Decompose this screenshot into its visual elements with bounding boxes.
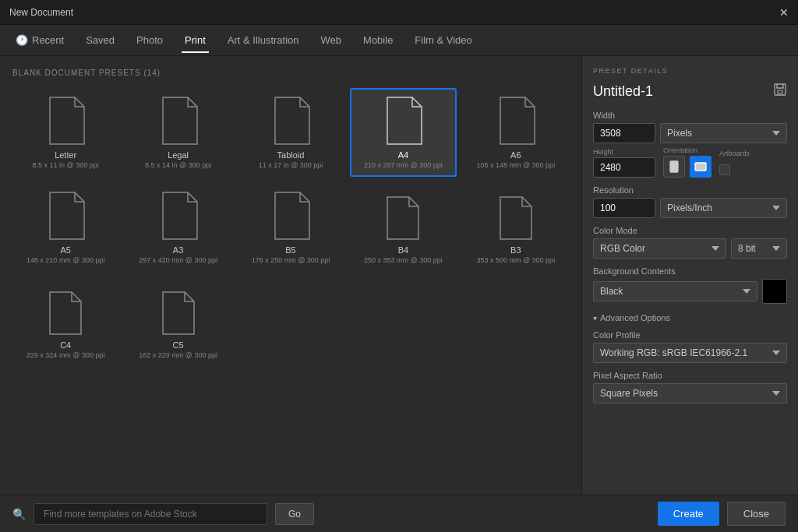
- color-mode-row: RGB Color CMYK Color Grayscale 8 bit 16 …: [593, 238, 787, 259]
- pixel-aspect-label: Pixel Aspect Ratio: [593, 371, 787, 380]
- orientation-label: Orientation: [663, 146, 711, 154]
- preset-a3[interactable]: A3 297 x 420 mm @ 300 ppi: [125, 183, 231, 272]
- pixel-aspect-select[interactable]: Square Pixels D1/DV NTSC D1/DV PAL: [593, 383, 787, 403]
- artboards-checkbox[interactable]: [719, 164, 730, 175]
- preset-b5-icon: [270, 191, 311, 241]
- preset-a5-icon: [45, 191, 86, 241]
- preset-letter[interactable]: Letter 8.5 x 11 in @ 300 ppi: [12, 88, 118, 177]
- preset-b3[interactable]: B3 353 x 500 mm @ 300 ppi: [463, 183, 569, 272]
- preset-details-title: PRESET DETAILS: [593, 67, 787, 75]
- right-panel: PRESET DETAILS Untitled-1 Width Pixels I…: [581, 56, 798, 495]
- preset-a4-icon: [383, 96, 423, 146]
- bg-contents-select[interactable]: Black White Background Color Transparent…: [593, 281, 757, 301]
- presets-grid: Letter 8.5 x 11 in @ 300 ppi Legal 8.5 x…: [12, 88, 569, 367]
- preset-c5-icon: [158, 286, 199, 336]
- preset-c4-icon: [45, 286, 86, 336]
- color-mode-label: Color Mode: [593, 226, 787, 235]
- preset-letter-icon: [45, 96, 86, 146]
- presets-section-title: BLANK DOCUMENT PRESETS (14): [12, 69, 569, 77]
- preset-tabloid-icon: [270, 96, 311, 146]
- action-buttons: Create Close: [658, 502, 786, 526]
- tab-mobile[interactable]: Mobile: [360, 28, 396, 52]
- bg-contents-row: Black White Background Color Transparent…: [593, 279, 787, 304]
- advanced-arrow-icon: ▾: [593, 314, 597, 322]
- title-bar: New Document ✕: [0, 0, 798, 25]
- resolution-row: Pixels/Inch Pixels/Centimeter: [593, 198, 787, 218]
- resolution-input[interactable]: [593, 198, 655, 218]
- close-button[interactable]: Close: [727, 502, 786, 526]
- portrait-button[interactable]: [663, 156, 685, 178]
- preset-a6[interactable]: A6 105 x 148 mm @ 300 ppi: [463, 88, 569, 177]
- preset-b5[interactable]: B5 176 x 250 mm @ 300 ppi: [238, 183, 344, 272]
- search-icon: 🔍: [12, 508, 26, 520]
- preset-tabloid[interactable]: Tabloid 11 x 17 in @ 300 ppi: [238, 88, 344, 177]
- preset-legal-icon: [158, 96, 199, 146]
- doc-name: Untitled-1: [593, 83, 653, 100]
- height-orientation-row: Height Orientation: [593, 146, 787, 178]
- svg-rect-1: [778, 90, 782, 93]
- resolution-unit-select[interactable]: Pixels/Inch Pixels/Centimeter: [660, 198, 787, 218]
- left-panel: BLANK DOCUMENT PRESETS (14) Letter 8.5 x…: [0, 56, 581, 495]
- tab-print[interactable]: Print: [182, 28, 209, 52]
- go-button[interactable]: Go: [275, 503, 314, 525]
- width-row: Pixels Inches Centimeters Millimeters: [593, 123, 787, 143]
- width-unit-select[interactable]: Pixels Inches Centimeters Millimeters: [660, 123, 787, 143]
- preset-a5[interactable]: A5 148 x 210 mm @ 300 ppi: [12, 183, 118, 272]
- search-area: 🔍 Go: [12, 503, 658, 525]
- height-col: Height: [593, 148, 655, 178]
- tab-film[interactable]: Film & Video: [411, 28, 475, 52]
- color-profile-select[interactable]: Working RGB: sRGB IEC61966-2.1: [593, 343, 787, 363]
- advanced-options-label: Advanced Options: [600, 313, 670, 322]
- preset-c4[interactable]: C4 229 x 324 mm @ 300 ppi: [12, 278, 118, 367]
- bottom-bar: 🔍 Go Create Close: [0, 495, 798, 532]
- preset-b3-icon: [496, 191, 536, 241]
- preset-a6-icon: [496, 96, 536, 146]
- tabs-bar: 🕐 Recent Saved Photo Print Art & Illustr…: [0, 25, 798, 56]
- height-input[interactable]: [593, 157, 655, 178]
- artboards-label: Artboards: [719, 150, 750, 157]
- landscape-button[interactable]: [690, 156, 711, 178]
- doc-title-row: Untitled-1: [593, 83, 787, 100]
- bg-contents-label: Background Contents: [593, 266, 787, 276]
- preset-b4[interactable]: B4 250 x 353 mm @ 300 ppi: [350, 183, 456, 272]
- color-depth-select[interactable]: 8 bit 16 bit 32 bit: [731, 238, 787, 259]
- preset-b4-icon: [383, 191, 423, 241]
- color-mode-select[interactable]: RGB Color CMYK Color Grayscale: [593, 238, 726, 259]
- preset-c5[interactable]: C5 162 x 229 mm @ 300 ppi: [125, 278, 231, 367]
- svg-rect-2: [670, 161, 678, 172]
- main-content: BLANK DOCUMENT PRESETS (14) Letter 8.5 x…: [0, 56, 798, 495]
- create-button[interactable]: Create: [658, 502, 719, 526]
- window-close-button[interactable]: ✕: [779, 6, 789, 19]
- orientation-buttons: [663, 156, 711, 178]
- tab-recent[interactable]: 🕐 Recent: [12, 28, 67, 52]
- window-title: New Document: [9, 7, 73, 18]
- advanced-options-toggle[interactable]: ▾ Advanced Options: [593, 313, 787, 322]
- color-profile-row: Working RGB: sRGB IEC61966-2.1: [593, 343, 787, 363]
- height-label: Height: [593, 148, 655, 156]
- preset-a4[interactable]: A4 210 x 297 mm @ 300 ppi: [350, 88, 456, 177]
- pixel-aspect-row: Square Pixels D1/DV NTSC D1/DV PAL: [593, 383, 787, 403]
- recent-icon: 🕐: [16, 34, 28, 46]
- artboards-col: Artboards: [719, 150, 750, 178]
- width-input[interactable]: [593, 123, 655, 143]
- save-preset-icon[interactable]: [773, 83, 787, 100]
- color-profile-label: Color Profile: [593, 330, 787, 340]
- preset-a3-icon: [158, 191, 199, 241]
- svg-rect-3: [695, 163, 706, 171]
- bg-color-swatch[interactable]: [762, 279, 787, 304]
- tab-art[interactable]: Art & Illustration: [224, 28, 302, 52]
- tab-web[interactable]: Web: [318, 28, 345, 52]
- orientation-col: Orientation: [663, 146, 711, 178]
- width-label: Width: [593, 111, 787, 120]
- tab-saved[interactable]: Saved: [83, 28, 118, 52]
- tab-photo[interactable]: Photo: [133, 28, 166, 52]
- preset-legal[interactable]: Legal 8.5 x 14 in @ 300 ppi: [125, 88, 231, 177]
- resolution-label: Resolution: [593, 185, 787, 195]
- stock-search-input[interactable]: [34, 503, 267, 525]
